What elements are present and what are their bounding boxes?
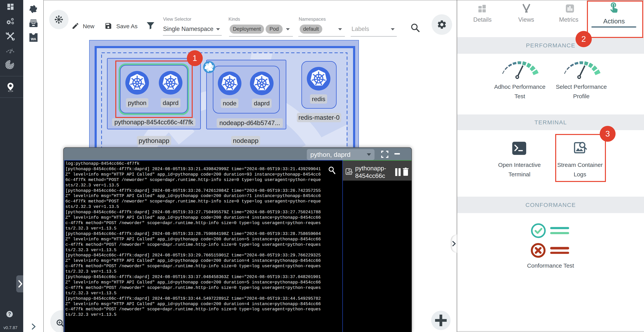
- svg-text:WA: WA: [31, 37, 36, 41]
